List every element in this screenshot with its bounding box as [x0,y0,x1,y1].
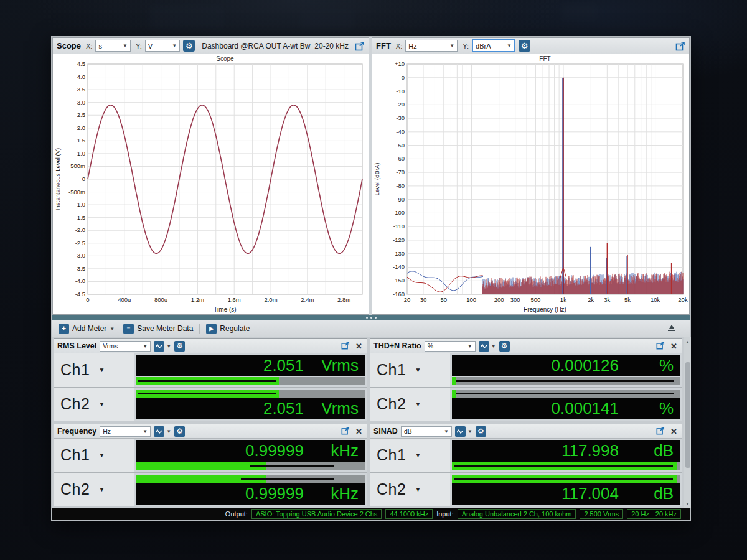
svg-text:-40: -40 [396,128,405,135]
meter-value: 0.99999 [245,441,304,460]
channel-name: Ch2 [377,480,406,498]
meter-export-icon[interactable] [341,341,351,351]
backdrop-shape [299,9,355,30]
scrollbar-thumb[interactable] [685,362,690,468]
chevron-down-icon: ▼ [123,43,128,49]
scroll-up-icon[interactable]: ▲ [684,337,692,346]
scope-export-icon[interactable] [355,41,365,51]
scope-y-unit-value: V [148,42,153,50]
frequency-unit-select[interactable]: Hz ▼ [100,426,151,437]
meter-export-icon[interactable] [341,426,351,436]
input-bandwidth-badge[interactable]: 20 Hz - 20 kHz [627,509,681,519]
sinad-unit-select[interactable]: dB ▼ [401,426,452,437]
fft-settings-gear-icon[interactable]: ⚙ [519,40,530,52]
chevron-down-icon: ▼ [449,43,454,49]
close-icon[interactable]: ✕ [354,427,364,436]
channel-name: Ch2 [60,395,90,413]
channel-select[interactable]: Ch2 ▼ [370,473,450,506]
save-meter-data-button[interactable]: ≡ Save Meter Data [121,322,195,335]
chevron-down-icon[interactable]: ▼ [467,429,472,434]
thdn-unit-select[interactable]: % ▼ [425,341,476,352]
scope-x-unit-select[interactable]: s ▼ [95,40,131,52]
svg-text:-80: -80 [396,182,405,189]
chevron-down-icon: ▼ [415,452,421,459]
channel-select[interactable]: Ch2 ▼ [370,388,450,421]
svg-text:-110: -110 [393,223,405,230]
fft-x-unit-select[interactable]: Hz ▼ [405,40,458,52]
fft-x-label: X: [396,42,402,50]
meter-settings-gear-icon[interactable]: ⚙ [499,341,510,352]
fft-panel-header: FFT X: Hz ▼ Y: dBrA ▼ ⚙ [372,38,689,54]
meters-scrollbar[interactable]: ▲ ▼ [684,337,691,508]
scope-settings-gear-icon[interactable]: ⚙ [183,40,195,52]
meter-style-icon[interactable] [479,341,489,352]
chevron-down-icon[interactable]: ▼ [166,429,171,434]
backdrop-shape [560,2,598,21]
svg-text:100: 100 [466,296,476,303]
meter-style-icon[interactable] [154,426,164,437]
regulate-button[interactable]: ▶ Regulate [204,322,252,335]
chevron-down-icon[interactable]: ▼ [491,343,496,349]
scope-y-label: Y: [136,42,142,50]
input-device-badge[interactable]: Analog Unbalanced 2 Ch, 100 kohm [458,509,576,519]
meter-settings-gear-icon[interactable]: ⚙ [476,426,486,437]
meter-display: 2.051 Vrms [136,355,365,376]
dashboard-text: Dashboard @RCA OUT A-wt Bw=20-20 kHz [202,42,349,50]
channel-select[interactable]: Ch1 ▼ [370,439,450,472]
add-meter-button[interactable]: + Add Meter ▼ [56,322,117,335]
output-device-badge[interactable]: ASIO: Topping USB Audio Device 2 Chs [251,509,382,519]
svg-text:Scope: Scope [216,55,234,62]
scope-title: Scope [57,41,81,50]
scroll-down-icon[interactable]: ▼ [684,499,692,508]
channel-select[interactable]: Ch2 ▼ [54,388,134,421]
output-samplerate-badge[interactable]: 44.1000 kHz [385,509,433,519]
meter-unit: kHz [304,441,359,460]
meter-settings-gear-icon[interactable]: ⚙ [174,426,185,437]
svg-text:5k: 5k [624,296,631,303]
input-range-badge[interactable]: 2.500 Vrms [580,509,623,519]
channel-select[interactable]: Ch1 ▼ [54,353,134,387]
svg-text:1.2m: 1.2m [191,296,204,303]
channel-select[interactable]: Ch2 ▼ [54,473,134,506]
panel-splitter-handle[interactable] [52,315,690,320]
fft-chart[interactable]: FFTFrequency (Hz)Level (dBrA)+100-10-20-… [372,54,689,314]
svg-text:2.0: 2.0 [77,124,85,131]
scope-y-unit-select[interactable]: V ▼ [145,40,181,52]
meter-value: 117.004 [561,484,619,503]
close-icon[interactable]: ✕ [354,342,364,351]
meter-style-icon[interactable] [455,426,466,437]
scrollbar-track[interactable] [684,346,692,499]
rms-unit-select[interactable]: Vrms ▼ [100,341,151,352]
svg-text:-2.0: -2.0 [75,226,85,233]
svg-text:-3.0: -3.0 [75,252,85,259]
meter-settings-gear-icon[interactable]: ⚙ [174,341,185,352]
dock-pin-icon[interactable] [667,325,676,332]
frequency-unit-value: Hz [103,427,111,435]
fft-export-icon[interactable] [675,41,685,51]
svg-text:-10: -10 [396,88,405,95]
fft-x-unit-value: Hz [408,42,416,50]
svg-text:50: 50 [440,296,447,303]
chevron-down-icon: ▼ [507,43,512,49]
svg-text:2.4m: 2.4m [301,296,314,303]
svg-text:300: 300 [510,296,520,303]
close-icon[interactable]: ✕ [669,427,679,436]
rms-level-title: RMS Level [57,342,96,350]
chevron-down-icon[interactable]: ▼ [166,343,171,349]
close-icon[interactable]: ✕ [669,342,679,351]
meter-style-icon[interactable] [154,341,164,352]
sinad-unit-value: dB [404,427,412,435]
meter-unit: dB [619,441,674,460]
channel-select[interactable]: Ch1 ▼ [370,353,450,387]
meter-export-icon[interactable] [656,341,666,351]
chevron-down-icon: ▼ [415,486,421,493]
svg-text:500m: 500m [70,162,85,169]
meter-channel-row: Ch2 ▼ 2.051 Vrms [54,387,367,421]
svg-text:2k: 2k [588,296,594,303]
channel-select[interactable]: Ch1 ▼ [54,439,134,472]
fft-y-unit-select[interactable]: dBrA ▼ [472,39,515,52]
scope-chart[interactable]: ScopeTime (s)Instantaneous Level (V)4.54… [53,54,369,314]
rms-level-body: Ch1 ▼ 2.051 Vrms Ch2 ▼ [54,353,367,421]
meter-value: 0.99999 [245,484,304,503]
meter-export-icon[interactable] [656,426,666,436]
